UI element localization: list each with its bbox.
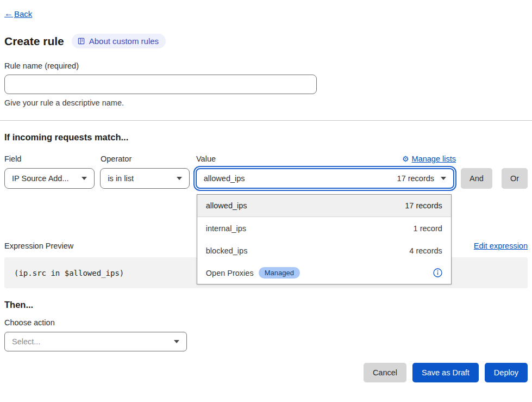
create-rule-page: ←Back Create rule About custom rules Rul… <box>0 0 532 382</box>
value-select[interactable]: allowed_ips 17 records <box>196 168 454 189</box>
list-option-blocked-ips[interactable]: blocked_ips 4 records <box>197 239 451 262</box>
list-option-internal-ips[interactable]: internal_ips 1 record <box>197 217 451 239</box>
value-select-wrapper: allowed_ips 17 records allowed_ips 17 re… <box>196 168 454 189</box>
match-heading: If incoming requests match... <box>4 132 528 143</box>
about-custom-rules-label: About custom rules <box>89 36 159 46</box>
manage-lists-label: Manage lists <box>412 154 456 163</box>
value-label: Value <box>196 154 216 163</box>
rule-name-helper: Give your rule a descriptive name. <box>4 98 528 107</box>
list-dropdown-panel: allowed_ips 17 records internal_ips 1 re… <box>197 194 452 285</box>
operator-label: Operator <box>101 154 190 163</box>
list-option-records: 17 records <box>405 201 442 210</box>
expression-code: (ip.src in $allowed_ips) <box>14 269 124 277</box>
list-option-records: 1 record <box>414 224 442 233</box>
chevron-down-icon <box>441 177 446 180</box>
list-option-name: allowed_ips <box>206 201 247 210</box>
or-button[interactable]: Or <box>502 168 528 189</box>
list-option-name: Open Proxies <box>206 269 254 277</box>
chevron-down-icon <box>82 177 87 180</box>
edit-expression-link[interactable]: Edit expression <box>474 242 528 250</box>
expression-preview-label: Expression Preview <box>4 242 73 250</box>
rule-name-block: Rule name (required) Give your rule a de… <box>4 61 528 107</box>
list-option-allowed-ips[interactable]: allowed_ips 17 records <box>197 195 451 217</box>
choose-action-label: Choose action <box>4 318 528 327</box>
condition-row: IP Source Add... is in list allowed_ips … <box>4 168 528 189</box>
list-option-records: 4 records <box>409 246 442 255</box>
cancel-button[interactable]: Cancel <box>364 363 406 382</box>
list-option-name: internal_ips <box>206 224 246 233</box>
section-divider <box>0 120 532 121</box>
title-row: Create rule About custom rules <box>4 34 528 48</box>
field-select[interactable]: IP Source Add... <box>4 168 95 189</box>
action-select[interactable]: Select... <box>4 332 187 351</box>
rule-name-input[interactable] <box>4 75 317 94</box>
then-heading: Then... <box>4 300 528 310</box>
list-option-open-proxies[interactable]: Open Proxies Managed <box>197 262 451 284</box>
operator-select[interactable]: is in list <box>100 168 189 189</box>
save-as-draft-button[interactable]: Save as Draft <box>412 363 479 382</box>
back-link-label: Back <box>14 9 32 18</box>
action-select-placeholder: Select... <box>12 337 40 346</box>
manage-lists-link[interactable]: ⚙ Manage lists <box>402 154 456 163</box>
and-button[interactable]: And <box>461 168 492 189</box>
managed-badge: Managed <box>259 267 300 279</box>
page-title: Create rule <box>4 35 64 48</box>
list-option-name: blocked_ips <box>206 246 248 255</box>
chevron-down-icon <box>174 340 179 343</box>
field-select-value: IP Source Add... <box>12 174 69 183</box>
book-icon <box>77 37 85 45</box>
gear-icon: ⚙ <box>402 155 409 163</box>
value-select-records: 17 records <box>397 174 435 183</box>
info-icon[interactable] <box>433 268 442 277</box>
rule-name-label: Rule name (required) <box>4 61 528 70</box>
field-label: Field <box>4 154 95 163</box>
back-link[interactable]: ←Back <box>4 9 32 18</box>
chevron-down-icon <box>177 177 182 180</box>
operator-select-value: is in list <box>108 174 134 183</box>
back-arrow-icon: ← <box>4 9 13 18</box>
footer-actions: Cancel Save as Draft Deploy <box>4 363 528 382</box>
value-select-value: allowed_ips <box>204 174 245 183</box>
about-custom-rules-link[interactable]: About custom rules <box>72 34 166 48</box>
condition-labels-row: Field Operator Value ⚙ Manage lists <box>4 154 528 163</box>
deploy-button[interactable]: Deploy <box>485 363 528 382</box>
